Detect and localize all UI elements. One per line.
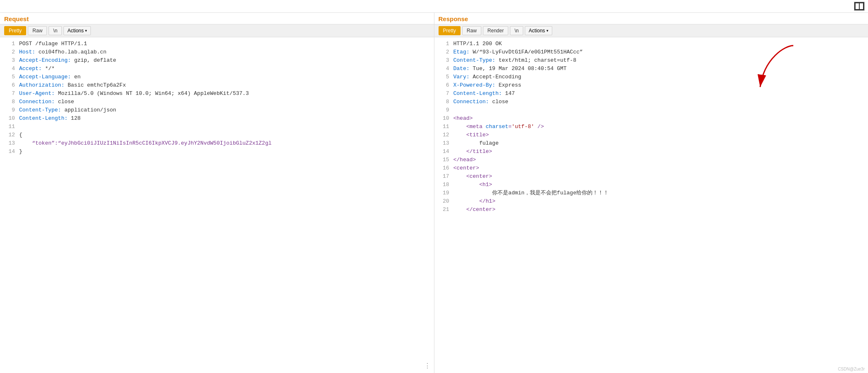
request-line: 5Accept-Language: en [0, 73, 434, 81]
response-code-area[interactable]: 1HTTP/1.1 200 OK2Etag: W/“93-LyFuvDtG1FA… [434, 37, 868, 373]
response-line: 6X-Powered-By: Express [434, 81, 868, 90]
response-line: 10<head> [434, 114, 868, 123]
response-actions-button[interactable]: Actions ▾ [525, 26, 552, 35]
request-line: 3Accept-Encoding: gzip, deflate [0, 56, 434, 65]
response-line: 5Vary: Accept-Encoding [434, 73, 868, 81]
response-line: 11 <meta charset='utf-8' /> [434, 123, 868, 131]
request-toolbar: Pretty Raw \n Actions ▾ [0, 24, 434, 37]
response-line: 2Etag: W/“93-LyFuvDtG1FA/e0G1PMt551HACcc… [434, 48, 868, 56]
response-line: 18 <h1> [434, 181, 868, 189]
response-toolbar: Pretty Raw Render \n Actions ▾ [434, 24, 868, 37]
chevron-down-icon: ▾ [546, 29, 549, 33]
request-line: 13 “token”:“eyJhbGci0iJIUzI1NiIsInR5cCI6… [0, 139, 434, 148]
request-line: 1POST /fulage HTTP/1.1 [0, 40, 434, 48]
request-line: 14} [0, 148, 434, 156]
response-panel: Response Pretty Raw Render \n Actions ▾ … [434, 13, 868, 373]
response-line: 1HTTP/1.1 200 OK [434, 40, 868, 48]
watermark: CSDN@Zue3r [838, 367, 865, 371]
request-line: 6Authorization: Basic emthcTp6a2Fx [0, 81, 434, 90]
response-line: 4Date: Tue, 19 Mar 2024 08:40:54 GMT [434, 65, 868, 73]
response-tab-render[interactable]: Render [483, 26, 508, 35]
response-tab-raw[interactable]: Raw [462, 26, 481, 35]
response-title: Response [434, 13, 868, 24]
response-line: 21 </center> [434, 206, 868, 214]
chevron-down-icon: ▾ [85, 29, 87, 33]
response-line: 15</head> [434, 156, 868, 164]
response-line: 3Content-Type: text/html; charset=utf-8 [434, 56, 868, 65]
response-line: 9 [434, 106, 868, 114]
response-line: 12 <title> [434, 131, 868, 139]
request-panel: Request Pretty Raw \n Actions ▾ 1POST /f… [0, 13, 434, 373]
split-view-icon[interactable] [854, 2, 865, 11]
request-line: 12{ [0, 131, 434, 139]
request-line: 10Content-Length: 128 [0, 114, 434, 123]
response-line: 14 </title> [434, 148, 868, 156]
response-line: 17 <center> [434, 172, 868, 181]
request-line: 4Accept: */* [0, 65, 434, 73]
request-line: 7User-Agent: Mozilla/5.0 (Windows NT 10.… [0, 90, 434, 98]
request-line: 9Content-Type: application/json [0, 106, 434, 114]
request-code-area[interactable]: 1POST /fulage HTTP/1.12Host: coi04fho.la… [0, 37, 434, 373]
response-line: 7Content-Length: 147 [434, 90, 868, 98]
request-tab-pretty[interactable]: Pretty [4, 26, 26, 35]
top-bar [0, 0, 868, 13]
request-title: Request [0, 13, 434, 24]
scroll-indicator: ⋮ [424, 363, 431, 370]
request-tab-newline[interactable]: \n [49, 26, 62, 35]
request-actions-button[interactable]: Actions ▾ [63, 26, 90, 35]
request-line: 8Connection: close [0, 98, 434, 106]
request-line: 2Host: coi04fho.lab.aqlab.cn [0, 48, 434, 56]
response-line: 13 fulage [434, 139, 868, 148]
response-line: 8Connection: close [434, 98, 868, 106]
request-line: 11 [0, 123, 434, 131]
response-line: 16<center> [434, 164, 868, 172]
response-line: 19 你不是admin，我是不会把fulage给你的！！！ [434, 189, 868, 197]
request-tab-raw[interactable]: Raw [28, 26, 47, 35]
response-line: 20 </h1> [434, 197, 868, 206]
response-tab-newline[interactable]: \n [510, 26, 523, 35]
response-tab-pretty[interactable]: Pretty [439, 26, 461, 35]
